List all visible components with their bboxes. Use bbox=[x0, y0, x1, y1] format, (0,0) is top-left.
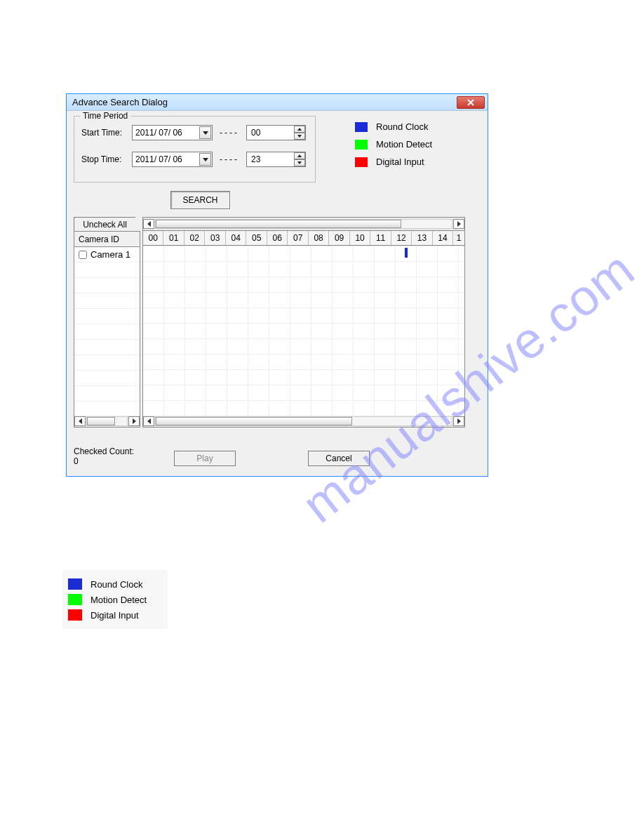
time-period-group: Time Period Start Time: 2011/ 07/ 06 ---… bbox=[74, 116, 316, 183]
camera-row-empty bbox=[74, 355, 140, 371]
scroll-track[interactable] bbox=[155, 416, 452, 426]
timeline-mark-round-clock bbox=[405, 248, 408, 258]
stop-time-row: Stop Time: 2011/ 07/ 06 ---- 23 bbox=[81, 152, 306, 167]
camera-row-empty bbox=[74, 278, 140, 293]
camera-row-empty bbox=[74, 386, 140, 402]
start-hour-value: 00 bbox=[251, 128, 260, 138]
hour-header: 00 bbox=[143, 231, 163, 245]
search-button[interactable]: SEARCH bbox=[170, 191, 230, 209]
legend-motion-detect: Motion Detect bbox=[68, 594, 162, 605]
hour-header: 05 bbox=[246, 231, 267, 245]
legend-digital-input: Digital Input bbox=[355, 157, 432, 167]
dialog-window: Advance Search Dialog Time Period Start … bbox=[66, 93, 488, 477]
camera-row-empty bbox=[74, 309, 140, 324]
checked-count-value: 0 bbox=[74, 456, 134, 466]
hour-header: 04 bbox=[226, 231, 246, 245]
hour-header: 09 bbox=[329, 231, 349, 245]
timeline-header-row: 00 01 02 03 04 05 06 07 08 09 10 11 12 1… bbox=[143, 230, 464, 246]
legend-round-clock: Round Clock bbox=[68, 578, 162, 590]
spin-up-icon[interactable] bbox=[294, 126, 305, 133]
hour-header: 03 bbox=[205, 231, 225, 245]
swatch-motion-detect-icon bbox=[68, 594, 82, 605]
page: manualshive.com Advance Search Dialog Ti… bbox=[0, 0, 644, 834]
timeline-body[interactable] bbox=[143, 246, 464, 416]
hour-header: 06 bbox=[267, 231, 288, 245]
stop-hour-value: 23 bbox=[251, 154, 260, 164]
time-period-legend: Time Period bbox=[80, 111, 130, 121]
spin-up-icon[interactable] bbox=[294, 152, 305, 159]
scroll-right-icon[interactable] bbox=[453, 219, 464, 229]
cancel-button[interactable]: Cancel bbox=[308, 451, 370, 466]
camera-row[interactable]: Camera 1 bbox=[74, 247, 140, 263]
checked-count-label: Checked Count: bbox=[74, 446, 134, 456]
chevron-down-icon[interactable] bbox=[199, 126, 211, 139]
legend-label: Motion Detect bbox=[90, 595, 147, 605]
start-hour-spin-buttons bbox=[294, 126, 305, 140]
hour-header: 1 bbox=[453, 231, 464, 245]
scroll-left-icon[interactable] bbox=[74, 416, 86, 426]
swatch-round-clock-icon bbox=[355, 122, 368, 132]
swatch-round-clock-icon bbox=[68, 578, 82, 590]
camera-rows: Camera 1 bbox=[74, 247, 140, 416]
close-button[interactable] bbox=[457, 96, 485, 109]
timeline-bottom-scrollbar[interactable] bbox=[143, 416, 464, 427]
legend-motion-detect: Motion Detect bbox=[355, 139, 432, 150]
swatch-digital-input-icon bbox=[68, 609, 82, 621]
dialog-legend: Round Clock Motion Detect Digital Input bbox=[355, 121, 432, 167]
start-date-combo[interactable]: 2011/ 07/ 06 bbox=[132, 125, 213, 140]
play-button[interactable]: Play bbox=[174, 451, 236, 466]
legend-digital-input: Digital Input bbox=[68, 609, 162, 621]
timeline-top-scrollbar[interactable] bbox=[143, 218, 464, 230]
camera-row-empty bbox=[74, 402, 140, 416]
scroll-thumb[interactable] bbox=[156, 220, 401, 228]
legend-round-clock: Round Clock bbox=[355, 121, 432, 132]
dialog-title: Advance Search Dialog bbox=[69, 97, 457, 107]
stop-hour-spinner[interactable]: 23 bbox=[246, 152, 306, 167]
stop-time-label: Stop Time: bbox=[81, 154, 132, 164]
dialog-client: Time Period Start Time: 2011/ 07/ 06 ---… bbox=[67, 111, 488, 476]
camera-list-scrollbar[interactable] bbox=[74, 416, 140, 427]
scroll-left-icon[interactable] bbox=[143, 219, 154, 229]
standalone-legend: Round Clock Motion Detect Digital Input bbox=[62, 570, 168, 629]
legend-label: Motion Detect bbox=[376, 139, 432, 150]
swatch-digital-input-icon bbox=[355, 157, 368, 167]
spin-down-icon[interactable] bbox=[294, 159, 305, 166]
legend-label: Digital Input bbox=[90, 610, 139, 621]
legend-label: Round Clock bbox=[90, 579, 142, 590]
start-hour-spinner[interactable]: 00 bbox=[246, 125, 306, 140]
camera-row-empty bbox=[74, 371, 140, 386]
hour-header: 14 bbox=[433, 231, 453, 245]
stop-date-value: 2011/ 07/ 06 bbox=[135, 154, 182, 164]
stop-hour-spin-buttons bbox=[294, 152, 305, 166]
start-time-row: Start Time: 2011/ 07/ 06 ---- 00 bbox=[81, 125, 306, 140]
camera-row-empty bbox=[74, 263, 140, 278]
timeline-grid: 00 01 02 03 04 05 06 07 08 09 10 11 12 1… bbox=[142, 217, 465, 428]
start-date-value: 2011/ 07/ 06 bbox=[135, 128, 182, 138]
spin-down-icon[interactable] bbox=[294, 133, 305, 140]
camera-checkbox[interactable] bbox=[79, 251, 87, 259]
hour-header: 07 bbox=[288, 231, 308, 245]
start-dashes: ---- bbox=[220, 128, 239, 138]
uncheck-all-button[interactable]: Uncheck All bbox=[74, 217, 135, 231]
camera-row-empty bbox=[74, 293, 140, 309]
hour-header: 08 bbox=[309, 231, 329, 245]
camera-id-header: Camera ID bbox=[74, 232, 140, 247]
scroll-track[interactable] bbox=[155, 219, 452, 229]
camera-row-empty bbox=[74, 340, 140, 355]
scroll-left-icon[interactable] bbox=[143, 416, 154, 426]
scroll-right-icon[interactable] bbox=[128, 416, 140, 426]
chevron-down-icon[interactable] bbox=[199, 153, 211, 166]
stop-dashes: ---- bbox=[220, 154, 239, 164]
camera-row-empty bbox=[74, 324, 140, 340]
stop-date-combo[interactable]: 2011/ 07/ 06 bbox=[132, 152, 213, 167]
scroll-thumb[interactable] bbox=[87, 417, 115, 425]
checked-count: Checked Count: 0 bbox=[74, 446, 134, 466]
scroll-thumb[interactable] bbox=[156, 417, 352, 425]
hour-header: 02 bbox=[185, 231, 205, 245]
scroll-track[interactable] bbox=[86, 416, 128, 426]
close-icon bbox=[467, 98, 474, 108]
scroll-right-icon[interactable] bbox=[453, 416, 464, 426]
hour-header: 11 bbox=[370, 231, 391, 245]
legend-label: Round Clock bbox=[376, 121, 428, 132]
hour-header: 13 bbox=[412, 231, 432, 245]
